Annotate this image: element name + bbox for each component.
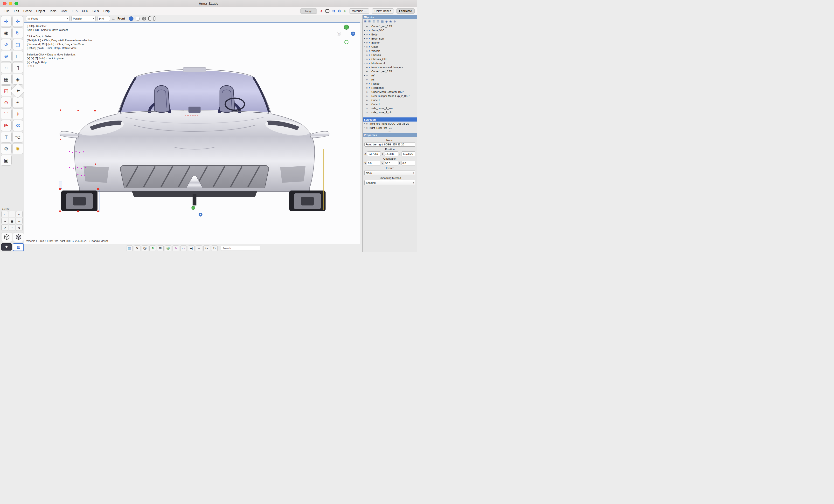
rocket-icon[interactable]: ➤: [319, 9, 324, 14]
nav-downleft-button[interactable]: ↙: [16, 211, 23, 217]
move-tool[interactable]: ✛: [1, 16, 12, 27]
text-tool[interactable]: T: [1, 132, 12, 142]
viewport-canvas[interactable]: [ESC] - Unselect Shift + [Q] - Select & …: [24, 22, 360, 244]
panel-resize-handle[interactable]: ⋯: [363, 114, 417, 117]
orientation-z-field[interactable]: [401, 161, 415, 165]
x-axis-hidden-handle[interactable]: ✕: [337, 32, 341, 36]
perspective-toggle-icon[interactable]: [129, 16, 133, 21]
snap-cross-icon[interactable]: ✕: [134, 246, 140, 251]
circle-tool[interactable]: ⊙: [1, 97, 12, 108]
camera-tool[interactable]: ▣: [1, 155, 12, 166]
settings-icon[interactable]: ⊛: [394, 20, 396, 23]
nav-rotate-button[interactable]: ↺: [16, 225, 23, 231]
uv-grid-button[interactable]: ▦: [13, 243, 24, 251]
y-axis-negative-handle[interactable]: [344, 40, 349, 44]
menu-tools[interactable]: Tools: [47, 9, 59, 13]
visibility-icon[interactable]: ◉: [389, 20, 392, 23]
object-tree-item[interactable]: ◇Rear Bumper Mesh Exp_2_BKP: [363, 94, 417, 98]
visibility-move-tool[interactable]: ◉: [1, 27, 12, 38]
reload-icon[interactable]: ↻: [211, 246, 218, 251]
bolt-tool[interactable]: ⚙: [1, 143, 12, 154]
download-icon[interactable]: ⇩: [344, 9, 347, 13]
box-tool[interactable]: □: [12, 51, 23, 62]
menu-help[interactable]: Help: [101, 9, 112, 13]
favorite-button[interactable]: ★: [1, 243, 12, 251]
wireframe-cube-button[interactable]: [1, 232, 12, 242]
material-button[interactable]: Material: ---: [349, 8, 369, 14]
object-tree-item[interactable]: ▸◇■Glass: [363, 45, 417, 49]
object-tree-item[interactable]: ▸◇■Chassis_Old: [363, 57, 417, 61]
globe-tool[interactable]: ⊕: [1, 51, 12, 62]
search-input[interactable]: [221, 246, 260, 251]
object-tree-item[interactable]: ◈Curve 1_ref_8.75: [363, 24, 417, 28]
corner-tool[interactable]: ◰: [1, 85, 12, 96]
pick-tool[interactable]: ➤: [10, 83, 26, 99]
menu-scene[interactable]: Scene: [21, 9, 34, 13]
menu-gen[interactable]: GEN: [90, 9, 101, 13]
object-tree-item[interactable]: ◇side_curve_2_low: [363, 106, 417, 110]
selection-item[interactable]: ▸◈Front_tire_right_8DEG_255-35-20: [363, 121, 417, 125]
monitor-icon[interactable]: ▭: [180, 246, 187, 251]
panel-resize-handle[interactable]: ⋯: [363, 130, 417, 133]
arc-tool[interactable]: ⌒: [1, 109, 12, 119]
object-tree-item[interactable]: ▸◇■Chassis: [363, 53, 417, 57]
s-badge-icon[interactable]: Ⓢ: [142, 246, 148, 251]
grid-tool[interactable]: ▦: [1, 74, 12, 85]
y-axis-positive-handle[interactable]: [344, 25, 349, 30]
object-tree-item[interactable]: ◈Curve 1_ref_8.75: [363, 69, 417, 73]
menu-file[interactable]: File: [2, 9, 12, 13]
viewport-grid-icon[interactable]: ▦: [126, 246, 133, 251]
history-icon[interactable]: ⇉: [332, 9, 335, 13]
object-tree-item[interactable]: ◈■trans mounts and dampers: [363, 65, 417, 69]
menu-object[interactable]: Object: [34, 9, 47, 13]
position-x-field[interactable]: [367, 152, 381, 156]
axis-tool[interactable]: ✳: [12, 109, 23, 119]
menu-cam[interactable]: CAM: [59, 9, 69, 13]
fabricate-button[interactable]: Fabricate: [396, 8, 415, 14]
object-tree-item[interactable]: ◇Upper Mesh Conform_BKP: [363, 90, 417, 94]
solid-cube-button[interactable]: [13, 232, 24, 242]
view-select[interactable]: ▤ Front ▾: [26, 16, 69, 21]
sphere-icon[interactable]: [142, 16, 146, 21]
position-y-field[interactable]: [384, 152, 398, 156]
chain-tool[interactable]: ⌥: [12, 132, 23, 142]
list-view-icon[interactable]: ≣: [372, 20, 375, 23]
audio-icon[interactable]: ◀: [188, 246, 195, 251]
smoothing-select[interactable]: Shading ▾: [365, 180, 415, 185]
object-tree-item[interactable]: ▸◇■Wheels: [363, 49, 417, 53]
g-badge-icon[interactable]: Ⓖ: [165, 246, 171, 251]
nav-left-button[interactable]: ←: [1, 211, 8, 217]
texture-select[interactable]: black ▾: [365, 170, 415, 175]
add-item-icon[interactable]: ⊞: [364, 20, 367, 23]
position-z-field[interactable]: [401, 152, 415, 156]
pen-icon[interactable]: ✑: [196, 246, 202, 251]
object-tree-item[interactable]: ◇ref: [363, 77, 417, 82]
circle-toggle-icon[interactable]: [136, 17, 140, 21]
mesh-filter-icon[interactable]: ◈: [386, 20, 388, 23]
nav-left2-button[interactable]: ←: [16, 218, 23, 224]
nav-up-button[interactable]: ↑: [9, 225, 16, 231]
object-tree-item[interactable]: ◈Cube 1: [363, 98, 417, 102]
orientation-y-field[interactable]: [384, 161, 398, 165]
grid-view-icon[interactable]: ▦: [381, 20, 384, 23]
capsule-icon[interactable]: [148, 16, 151, 21]
cylinder-tool[interactable]: ▯: [12, 62, 23, 73]
object-tree-item[interactable]: ▸◇■Body: [363, 32, 417, 37]
object-tree-item[interactable]: ◈■Flange: [363, 82, 417, 86]
name-field[interactable]: [365, 142, 415, 146]
menu-fea[interactable]: FEA: [69, 9, 80, 13]
x-axis-negative-handle[interactable]: ✕: [351, 31, 355, 36]
object-tree-item[interactable]: ▸◇■Mechanical: [363, 61, 417, 65]
object-tree-item[interactable]: ▸◇■Arma_V1C: [363, 28, 417, 32]
comment-icon[interactable]: [325, 9, 329, 13]
xx-constraint-tool[interactable]: XX: [12, 120, 23, 131]
capsule-thin-icon[interactable]: [153, 16, 155, 21]
flange-field[interactable]: [301, 8, 317, 14]
scale-field[interactable]: [97, 16, 110, 21]
joint-tool[interactable]: ⚭: [12, 97, 23, 108]
object-tree-item[interactable]: ◇side_curve_2_old: [363, 110, 417, 114]
nav-upright-button[interactable]: ↗: [1, 225, 8, 231]
object-tree-item[interactable]: ▸◇■Interior: [363, 41, 417, 45]
rotate-tool[interactable]: ↺: [1, 39, 12, 50]
object-tree-item[interactable]: ◈Cube 1: [363, 102, 417, 106]
